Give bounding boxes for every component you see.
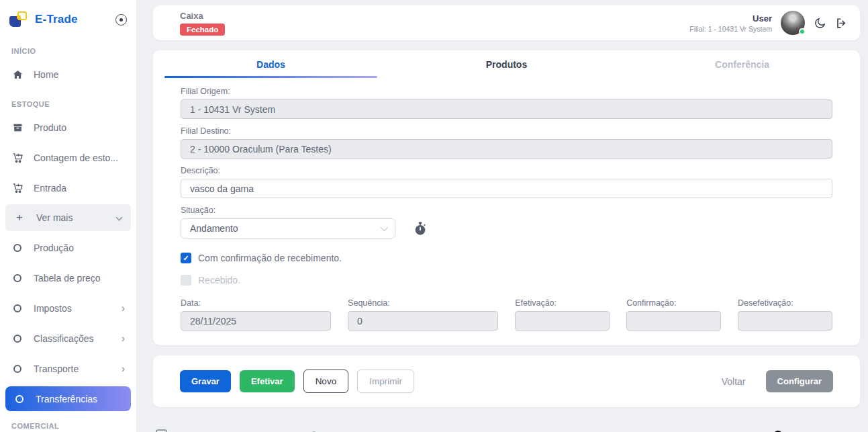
- action-buttons-card: Gravar Efetivar Novo Imprimir Voltar Con…: [153, 355, 860, 407]
- sequencia-label: Sequência:: [348, 298, 498, 308]
- sidebar-item-label: Ver mais: [36, 212, 73, 223]
- sequencia-cell: Sequência:: [348, 291, 498, 331]
- voltar-button[interactable]: Voltar: [710, 370, 757, 393]
- etrade-logo-icon: [9, 11, 28, 28]
- situacao-selected-value: Andamento: [190, 223, 238, 234]
- footer-right: made in Düsseldorf with ♥: [738, 430, 857, 432]
- top-header-bar: Caixa Fechado User Filial: 1 - 10431 Vr …: [153, 5, 860, 40]
- active-tab-underline: [164, 76, 377, 78]
- com-confirmacao-checkbox[interactable]: ✓: [181, 253, 191, 263]
- sidebar-collapse-icon[interactable]: [115, 14, 127, 26]
- sequencia-field: [348, 311, 498, 331]
- main-content: Caixa Fechado User Filial: 1 - 10431 Vr …: [136, 0, 868, 432]
- chevron-right-icon: ›: [122, 363, 125, 374]
- tab-bar: Dados Produtos Conferência: [153, 50, 860, 78]
- imprimir-button: Imprimir: [357, 370, 414, 393]
- dark-mode-moon-icon[interactable]: [814, 17, 826, 30]
- page-title: Caixa: [180, 11, 225, 21]
- user-name: User: [689, 13, 772, 24]
- data-cell: Data:: [181, 291, 331, 331]
- sidebar-item-label: Impostos: [34, 303, 72, 314]
- tab-produtos[interactable]: Produtos: [389, 59, 624, 78]
- brand-title: E-Trade: [35, 13, 78, 26]
- sidebar-item-label: Produção: [34, 243, 74, 253]
- header-left: Caixa Fechado: [180, 11, 225, 36]
- data-field: [181, 311, 331, 331]
- situacao-label: Situação:: [181, 206, 832, 215]
- filial-destino-field: [181, 139, 832, 159]
- sidebar-item-label: Contagem de esto...: [34, 153, 118, 163]
- sidebar-item-label: Classificações: [34, 333, 93, 344]
- tab-dados[interactable]: Dados: [153, 59, 389, 78]
- efetivacao-label: Efetivação:: [515, 298, 610, 308]
- sidebar-item-classificacoes[interactable]: Classificações ›: [0, 323, 136, 353]
- sidebar-item-produto[interactable]: Produto: [0, 112, 136, 142]
- descricao-field[interactable]: [181, 179, 832, 198]
- circle-bullet-icon: [11, 274, 23, 282]
- configurar-button[interactable]: Configurar: [766, 370, 833, 392]
- footer-left: CRXPA-10001-QREMT-5HQA5 © 2025 VR Tech v…: [156, 429, 463, 432]
- header-right: User Filial: 1 - 10431 Vr System: [689, 11, 848, 35]
- logout-icon[interactable]: [835, 17, 848, 30]
- box-icon: [11, 122, 23, 133]
- sidebar-item-label: Transporte: [34, 363, 79, 374]
- confirmacao-field: [626, 311, 721, 331]
- recebido-label: Recebido.: [198, 275, 240, 286]
- gravar-button[interactable]: Gravar: [180, 370, 231, 392]
- section-label-comercial: COMERCIAL: [0, 422, 136, 430]
- sidebar-item-home[interactable]: Home: [0, 59, 136, 89]
- sidebar-item-entrada[interactable]: Entrada: [0, 173, 136, 203]
- cart-plus-icon: [11, 152, 23, 163]
- form-body: Filial Origem: Filial Destino: Descrição…: [153, 78, 860, 331]
- section-label-estoque: ESTOQUE: [0, 100, 136, 108]
- tab-conferencia: Conferência: [624, 59, 860, 78]
- circle-bullet-icon: [11, 304, 23, 312]
- sidebar-item-contagem-estoque[interactable]: Contagem de esto...: [0, 142, 136, 173]
- circle-bullet-icon: [11, 244, 23, 252]
- status-badge: Fechado: [180, 24, 225, 36]
- sidebar-item-transporte[interactable]: Transporte ›: [0, 353, 136, 384]
- footer: CRXPA-10001-QREMT-5HQA5 © 2025 VR Tech v…: [153, 429, 860, 432]
- user-meta: User Filial: 1 - 10431 Vr System: [689, 13, 772, 33]
- chevron-right-icon: ›: [122, 333, 125, 344]
- situacao-select[interactable]: Andamento: [181, 218, 395, 239]
- circle-bullet-icon: [11, 335, 23, 343]
- data-label: Data:: [181, 298, 331, 308]
- novo-button[interactable]: Novo: [303, 370, 349, 393]
- com-confirmacao-label: Com confirmação de recebimento.: [198, 253, 342, 263]
- descricao-label: Descrição:: [181, 166, 832, 175]
- cart-plus-icon: [11, 182, 23, 193]
- chevron-down-icon: [381, 224, 388, 231]
- sidebar-item-label: Transferências: [36, 394, 97, 404]
- efetivar-button[interactable]: Efetivar: [240, 370, 295, 392]
- filial-origem-field: [181, 99, 832, 119]
- user-branch: Filial: 1 - 10431 Vr System: [689, 25, 772, 33]
- sidebar-item-ver-mais[interactable]: + Ver mais: [5, 204, 131, 231]
- section-label-inicio: INÍCIO: [0, 47, 136, 55]
- transfer-form-card: Dados Produtos Conferência Filial Origem…: [153, 50, 860, 345]
- stopwatch-icon[interactable]: [413, 221, 428, 236]
- sidebar-item-label: Entrada: [34, 183, 66, 193]
- plus-icon: +: [13, 211, 26, 224]
- recebido-checkbox: [181, 275, 191, 286]
- chevron-right-icon: ›: [122, 303, 125, 314]
- brand-row: E-Trade: [0, 0, 136, 36]
- recebido-row: Recebido.: [181, 275, 832, 286]
- sidebar-item-label: Produto: [34, 122, 66, 133]
- sidebar-item-impostos[interactable]: Impostos ›: [0, 293, 136, 323]
- sidebar-item-label: Home: [34, 69, 58, 80]
- filial-destino-label: Filial Destino:: [181, 126, 832, 136]
- sidebar-item-tabela-de-preco[interactable]: Tabela de preço: [0, 263, 136, 293]
- desefetivacao-label: Desefetivação:: [738, 298, 832, 308]
- sidebar-item-transferencias[interactable]: Transferências: [5, 386, 131, 411]
- efetivacao-field: [515, 311, 610, 331]
- confirmacao-label: Confirmação:: [626, 298, 721, 308]
- circle-bullet-icon: [11, 365, 23, 373]
- date-fields-row: Data: Sequência: Efetivação: Confirmação…: [181, 291, 832, 331]
- online-status-dot: [799, 28, 806, 35]
- sidebar-item-producao[interactable]: Produção: [0, 232, 136, 263]
- id-card-icon: [156, 429, 167, 432]
- heart-icon: ♥: [851, 430, 857, 432]
- circle-bullet-icon: [13, 395, 26, 403]
- avatar[interactable]: [781, 11, 805, 35]
